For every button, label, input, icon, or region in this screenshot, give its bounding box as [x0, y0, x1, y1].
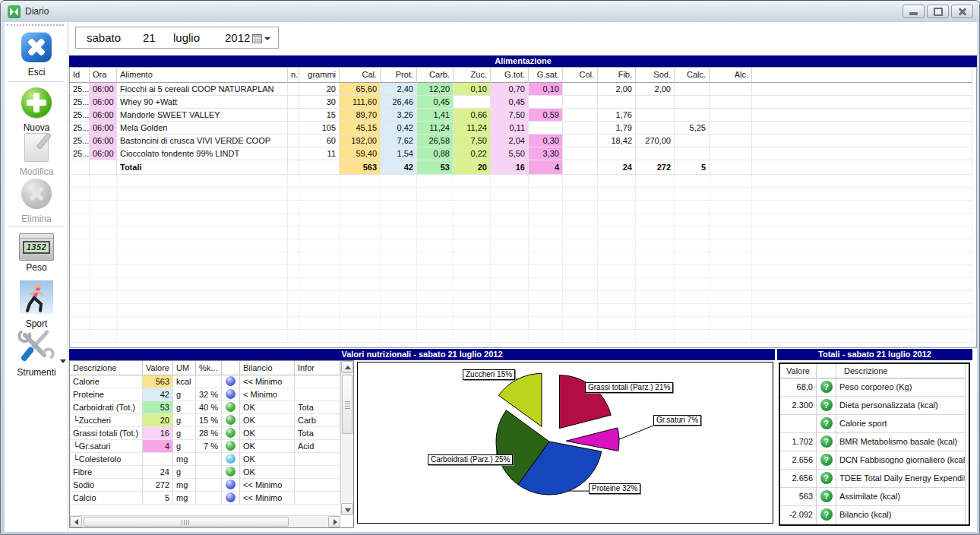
table-cell [222, 492, 240, 505]
column-header[interactable]: Bilancio [240, 361, 295, 375]
column-header[interactable]: Valore [780, 364, 817, 378]
nutrient-row[interactable]: └Gr.saturi4g7 %OKAcid [70, 440, 353, 453]
help-icon[interactable] [820, 399, 833, 411]
table-cell [299, 175, 340, 188]
nutrient-row[interactable]: Fibre24gOK [70, 466, 353, 479]
table-row[interactable]: 25...06:00Fiocchi ai 5 cereali COOP NATU… [70, 83, 976, 96]
calendar-dropdown-button[interactable] [252, 32, 273, 45]
column-header[interactable]: %k... [196, 361, 222, 375]
column-header[interactable]: Prot. [381, 68, 417, 83]
horizontal-scrollbar[interactable] [70, 515, 340, 527]
table-row[interactable]: 25...06:00Bastoncini di crusca VIVI VERD… [70, 135, 976, 147]
restore-button[interactable] [927, 5, 949, 18]
column-header[interactable]: G.tot. [491, 68, 529, 83]
date-weekday[interactable]: sabato [87, 31, 121, 44]
table-cell: 12,20 [417, 83, 454, 96]
nutrient-row[interactable]: └ColesterolomgOK [70, 453, 353, 466]
help-icon[interactable] [820, 454, 833, 466]
column-header[interactable]: n. [288, 68, 299, 83]
help-icon[interactable] [820, 435, 833, 448]
table-cell: kcal [173, 375, 196, 388]
help-icon[interactable] [820, 508, 833, 521]
nutrient-row[interactable]: Proteine42g32 %< Minimo [70, 388, 353, 401]
table-row[interactable]: 25...06:00Mela Golden10545,150,4211,2411… [70, 122, 976, 135]
pie-slice-label: Carboidrati (Parz.) 25% [428, 454, 513, 465]
table-cell [222, 440, 240, 453]
column-header[interactable]: Carb. [417, 68, 454, 83]
date-day[interactable]: 21 [143, 31, 156, 44]
date-picker[interactable]: sabato 21 luglio 2012 [75, 27, 279, 49]
total-row[interactable]: 1.702BMR Metabolismo basale (kcal) [780, 433, 969, 451]
chevron-down-icon[interactable] [60, 359, 66, 363]
column-header[interactable]: Alc. [710, 68, 752, 83]
column-header[interactable]: Infor [295, 361, 340, 375]
column-header[interactable]: Calc. [675, 68, 710, 83]
sidebar-item-elimina[interactable]: Elimina [5, 179, 68, 224]
table-row[interactable]: 25...06:00Mandorle SWEET VALLEY1589,703,… [70, 109, 976, 122]
total-row[interactable]: 2.300Dieta personalizzata (kcal) [780, 397, 969, 415]
nutrient-row[interactable]: Calcio5mg<< Minimo [70, 492, 353, 505]
table-cell [563, 83, 598, 96]
table-cell [752, 201, 972, 214]
table-cell [598, 175, 636, 188]
table-cell: 42 [381, 160, 417, 175]
sidebar-item-esci[interactable]: Esci [5, 32, 68, 78]
column-header[interactable]: Cal. [340, 68, 381, 83]
table-cell [563, 239, 598, 252]
nutrient-row[interactable]: Carboidrati (Tot.)53g40 %OKTota [70, 401, 353, 414]
column-header[interactable]: Fib. [598, 68, 636, 83]
table-cell: Peso corporeo (Kg) [836, 378, 966, 397]
total-row[interactable]: 2.656TDEE Total Daily Energy Expendit... [780, 470, 969, 488]
total-row[interactable]: -2.092Bilancio (kcal) [780, 506, 969, 524]
total-row[interactable]: 563Assimilate (kcal) [780, 488, 969, 506]
column-header[interactable]: Descrizione [70, 361, 143, 375]
table-cell [288, 188, 299, 201]
table-row[interactable]: 25...06:00Whey 90 +Watt30111,6026,460,45… [70, 96, 976, 109]
column-header[interactable]: Sod. [636, 68, 675, 83]
nutrient-row[interactable]: Grassi totali (Tot.)16g28 %OKTota [70, 427, 353, 440]
table-cell [675, 135, 710, 147]
column-header[interactable]: Id [70, 68, 90, 83]
table-cell [563, 265, 598, 278]
help-icon[interactable] [820, 472, 833, 484]
column-header[interactable]: Col. [563, 68, 598, 83]
sidebar-item-peso[interactable]: 1352 Peso [5, 233, 68, 273]
column-header[interactable]: G.sat. [529, 68, 563, 83]
minimize-button[interactable] [903, 5, 925, 18]
scrollbar-thumb[interactable] [342, 375, 352, 434]
vertical-scrollbar[interactable] [340, 361, 353, 515]
close-button[interactable] [951, 5, 973, 18]
column-header[interactable]: grammi [299, 68, 340, 83]
column-header[interactable]: Alimento [117, 68, 288, 83]
nutrient-row[interactable]: Sodio272mg<< Minimo [70, 479, 353, 492]
nutrient-row[interactable]: └Zuccheri20g15 %OKCarb [70, 414, 353, 427]
table-cell [675, 96, 710, 109]
table-cell [454, 291, 491, 304]
column-header[interactable]: UM [173, 361, 196, 375]
table-row[interactable]: 25...06:00Cioccolato fondente 99% LINDT1… [70, 147, 976, 160]
help-icon[interactable] [820, 417, 833, 429]
sidebar-item-sport[interactable]: Sport [5, 280, 68, 329]
date-year[interactable]: 2012 [225, 31, 250, 44]
column-header[interactable]: Ora [90, 68, 117, 83]
column-header[interactable]: Valore [143, 361, 173, 375]
column-header[interactable]: Descrizione [836, 364, 966, 378]
table-cell [563, 147, 598, 160]
table-cell: 270,00 [636, 135, 675, 147]
table-cell [491, 330, 529, 343]
total-row[interactable]: 68,0Peso corporeo (Kg) [780, 378, 969, 397]
date-month[interactable]: luglio [173, 31, 200, 44]
help-icon[interactable] [820, 490, 833, 502]
scrollbar-thumb[interactable] [84, 517, 289, 527]
column-header[interactable] [222, 361, 240, 375]
table-cell: 5,50 [491, 147, 529, 160]
column-header[interactable]: Zuc. [454, 68, 491, 83]
nutrient-row[interactable]: Calorie563kcal<< Minimo [70, 375, 353, 388]
table-cell [752, 330, 972, 343]
sidebar-item-nuova[interactable]: Nuova [5, 87, 68, 133]
help-icon[interactable] [820, 381, 833, 393]
total-row[interactable]: Calorie sport [780, 415, 969, 433]
total-row[interactable]: 2.656DCN Fabbisogno giornaliero (kcal) [780, 451, 969, 470]
sidebar-item-strumenti[interactable]: Strumenti [5, 328, 68, 378]
sidebar-item-modifica[interactable]: Modifica [5, 133, 68, 177]
